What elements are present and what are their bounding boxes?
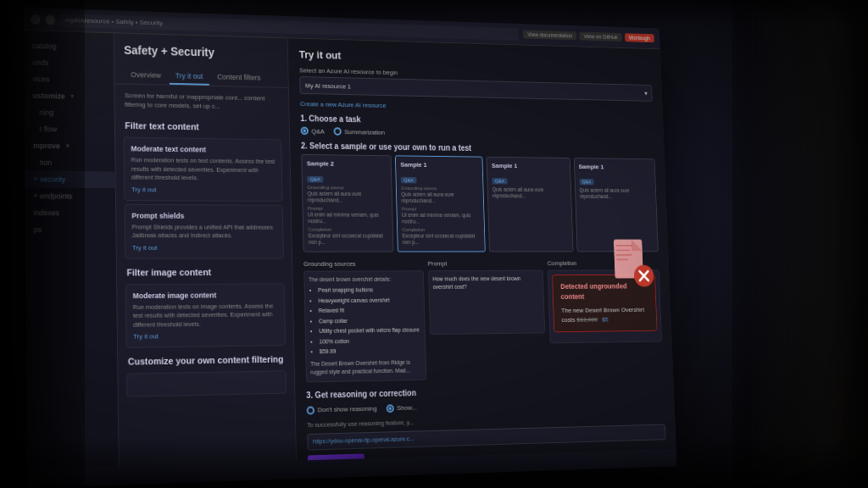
sidebar-item-security[interactable]: + security bbox=[25, 170, 114, 188]
doc-icon-container bbox=[610, 236, 659, 293]
moderate-text-card-desc: Run moderation tests on text contents. A… bbox=[131, 156, 275, 183]
sidebar-item-vices[interactable]: vices bbox=[24, 70, 114, 89]
completion-content: Detected ungrounded content The new Dese… bbox=[548, 269, 662, 343]
radio-dot-no-reason bbox=[307, 406, 314, 414]
customize-title: Customize your own content filtering bbox=[118, 349, 294, 370]
radio-summarization[interactable]: Summarization bbox=[333, 127, 385, 136]
moderate-image-desc: Run moderation tests on image contents. … bbox=[133, 302, 279, 330]
breadcrumb-text: myAIAresource • Safety • Security bbox=[65, 16, 163, 26]
prompt-content[interactable]: How much does the new desert brown overs… bbox=[428, 269, 546, 334]
panel-header: Safety + Security bbox=[114, 33, 288, 66]
moderate-image-card: Moderate image content Run moderation te… bbox=[125, 283, 286, 348]
api-url-input[interactable]: https://ydou-openai-tip.openai.azure.c..… bbox=[307, 424, 665, 450]
filter-text-title: Filter text content bbox=[115, 115, 289, 136]
sidebar-item-unds[interactable]: unds bbox=[24, 54, 114, 73]
sample-card-2[interactable]: Sample 2 Q&A Grounding source Quis acier… bbox=[301, 154, 393, 252]
action-buttons: View documentation View on GitHub Wortou… bbox=[523, 30, 654, 42]
main-layout: catalog unds vices ustomize ▾ ning t flo… bbox=[24, 30, 676, 469]
tab-try-it-out[interactable]: Try it out bbox=[169, 68, 209, 85]
radio-dot-summarization bbox=[333, 127, 341, 136]
sample-card-1b[interactable]: Sample 1 Q&A Quis aciern all aura vure r… bbox=[487, 157, 573, 252]
prompt-col: Prompt How much does the new desert brow… bbox=[427, 259, 547, 380]
sidebar-item-improve[interactable]: mprove ▾ bbox=[25, 137, 114, 155]
overlay-right bbox=[732, 0, 868, 488]
detail-grid: Grounding sources The desert brown overs… bbox=[303, 259, 664, 382]
sidebar-item-customize[interactable]: ustomize ▾ bbox=[25, 87, 114, 106]
samples-row: Sample 2 Q&A Grounding source Quis acier… bbox=[301, 154, 658, 252]
moderate-text-card-title: Moderate text content bbox=[131, 145, 275, 155]
doc-warning-icon bbox=[610, 236, 659, 290]
prompt-shields-title: Prompt shields bbox=[131, 211, 275, 219]
chevron-down-icon: ▾ bbox=[644, 90, 648, 97]
moderate-text-try-link[interactable]: Try it out bbox=[131, 186, 275, 194]
svg-rect-1 bbox=[616, 245, 633, 247]
screen-wrapper: myAIAresource • Safety • Security View d… bbox=[0, 0, 868, 488]
sidebar-item-tion[interactable]: tion bbox=[25, 154, 114, 172]
nav-back-btn[interactable] bbox=[31, 14, 41, 24]
sidebar-item-ps[interactable]: ps bbox=[25, 221, 116, 238]
view-docs-btn[interactable]: View documentation bbox=[523, 30, 576, 40]
step1-title: 1. Choose a task bbox=[300, 114, 654, 129]
radio-show-reasoning[interactable]: Show... bbox=[386, 403, 416, 412]
price-correct: $5 bbox=[602, 316, 609, 323]
prompt-shields-desc: Prompt Shields provides a unified API th… bbox=[132, 223, 277, 241]
panel-description: Screen for harmful or inappropriate cont… bbox=[114, 84, 288, 119]
play-icon: ▶ bbox=[319, 458, 325, 460]
run-test-button[interactable]: ▶ Run test bbox=[308, 453, 364, 461]
view-github-btn[interactable]: View on GitHub bbox=[579, 32, 622, 42]
reasoning-radio-group: Don't show reasoning Show... bbox=[307, 398, 665, 415]
profile-btn[interactable]: Wortough bbox=[625, 33, 654, 42]
expand-icon-2: ▾ bbox=[64, 142, 71, 149]
radio-qa[interactable]: Q&A bbox=[301, 127, 325, 136]
sidebar-item-ning[interactable]: ning bbox=[25, 103, 114, 122]
right-panel: Try it out Select an Azure AI resource t… bbox=[288, 38, 676, 460]
right-edge bbox=[749, 0, 868, 488]
prompt-shields-card: Prompt shields Prompt Shields provides a… bbox=[125, 204, 284, 259]
prompt-shields-try-link[interactable]: Try it out bbox=[132, 244, 277, 252]
moderate-image-title: Moderate image content bbox=[133, 291, 278, 300]
create-resource-link[interactable]: Create a new Azure AI resource bbox=[300, 100, 653, 114]
ui-panel: myAIAresource • Safety • Security View d… bbox=[24, 8, 676, 488]
grounding-sources-col: Grounding sources The desert brown overs… bbox=[303, 260, 426, 383]
sample-card-1a[interactable]: Sample 1 Q&A Grounding source Quis acier… bbox=[395, 155, 486, 252]
task-radio-group: Q&A Summarization bbox=[301, 127, 654, 141]
svg-rect-4 bbox=[616, 258, 627, 260]
filter-image-title: Filter image content bbox=[117, 262, 292, 280]
svg-rect-2 bbox=[616, 249, 631, 251]
completion-col: Completion Detected ungrounded content T… bbox=[548, 259, 664, 377]
radio-no-reasoning[interactable]: Don't show reasoning bbox=[307, 404, 377, 414]
reasoning-section: Don't show reasoning Show... To successf… bbox=[307, 398, 665, 429]
detection-text: The new Desert Brown Overshirt costs $12… bbox=[561, 305, 649, 324]
left-panel: Safety + Security Overview Try it out Co… bbox=[114, 33, 297, 466]
right-panel-title: Try it out bbox=[299, 48, 652, 69]
sidebar-item-endpoints[interactable]: + endpoints bbox=[25, 187, 116, 204]
svg-rect-3 bbox=[616, 254, 632, 256]
sidebar-item-tflow[interactable]: t flow bbox=[25, 120, 114, 138]
step3-title: 3. Get reasoning or correction bbox=[306, 383, 664, 400]
panel-title: Safety + Security bbox=[124, 43, 278, 61]
tab-content-filters[interactable]: Content filters bbox=[211, 69, 267, 87]
moderate-image-try-link[interactable]: Try it out bbox=[133, 331, 278, 341]
sidebar: catalog unds vices ustomize ▾ ning t flo… bbox=[24, 30, 120, 469]
radio-dot-show bbox=[386, 404, 393, 413]
radio-dot-qa bbox=[301, 127, 309, 136]
tab-overview[interactable]: Overview bbox=[125, 67, 168, 85]
expand-icon: ▾ bbox=[69, 93, 75, 100]
moderate-text-card: Moderate text content Run moderation tes… bbox=[124, 137, 283, 202]
grounding-sources-content: The desert brown overshirt details: Pear… bbox=[303, 270, 426, 382]
step2-title: 2. Select a sample or use your own to ru… bbox=[301, 141, 654, 155]
content-area: Safety + Security Overview Try it out Co… bbox=[114, 33, 676, 466]
customize-placeholder bbox=[126, 370, 287, 396]
nav-forward-btn[interactable] bbox=[45, 14, 55, 25]
price-crossed: $12,000 bbox=[576, 316, 598, 324]
sidebar-item-indexes[interactable]: indexes bbox=[25, 204, 116, 221]
